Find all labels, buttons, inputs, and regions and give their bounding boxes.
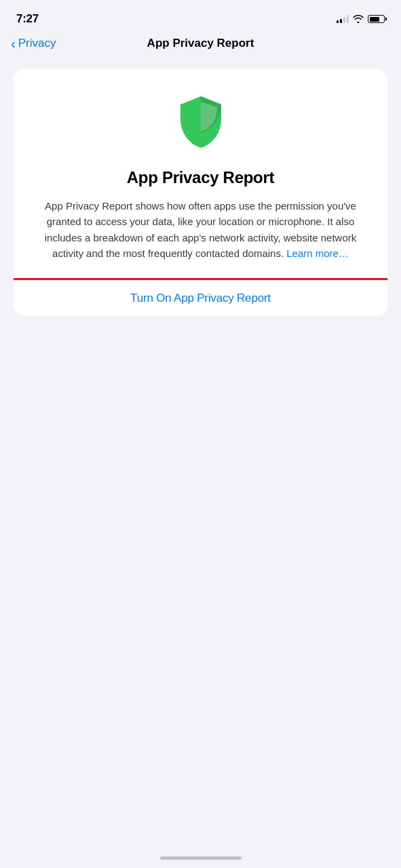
nav-bar: ‹ Privacy App Privacy Report — [0, 34, 401, 58]
button-row: Turn On App Privacy Report — [14, 280, 387, 316]
card-inner: App Privacy Report App Privacy Report sh… — [33, 94, 368, 280]
main-content: App Privacy Report App Privacy Report sh… — [0, 58, 401, 327]
battery-fill — [370, 17, 379, 22]
card-title: App Privacy Report — [127, 168, 274, 187]
home-indicator — [160, 856, 242, 860]
back-label: Privacy — [18, 37, 56, 50]
learn-more-link[interactable]: Learn more… — [286, 248, 349, 259]
turn-on-button[interactable]: Turn On App Privacy Report — [33, 281, 368, 316]
signal-bars-icon — [337, 15, 349, 23]
wifi-icon — [353, 15, 364, 23]
back-chevron-icon: ‹ — [11, 37, 16, 50]
status-time: 7:27 — [16, 12, 39, 26]
shield-icon — [176, 94, 225, 152]
page-title: App Privacy Report — [147, 37, 254, 50]
status-bar: 7:27 — [0, 0, 401, 34]
back-button[interactable]: ‹ Privacy — [11, 37, 56, 50]
card-description: App Privacy Report shows how often apps … — [33, 198, 368, 261]
battery-icon — [368, 15, 385, 23]
info-card: App Privacy Report App Privacy Report sh… — [14, 69, 387, 316]
status-icons — [337, 15, 385, 23]
